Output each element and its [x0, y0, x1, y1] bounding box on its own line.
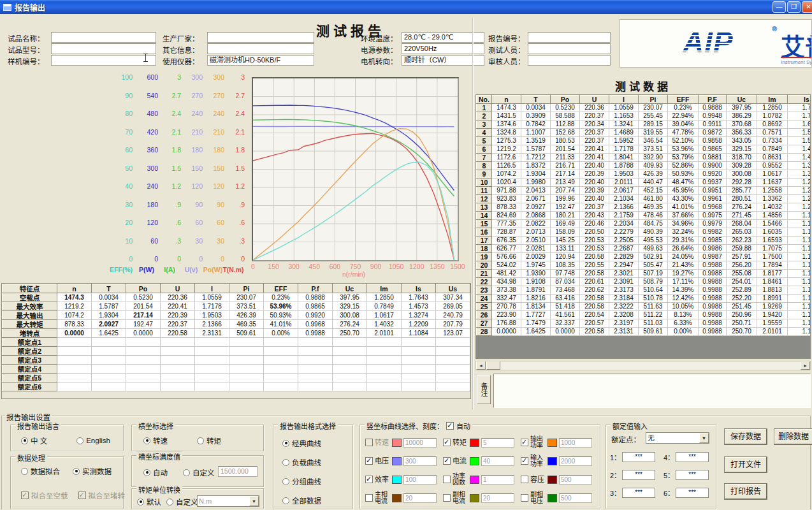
curve-checkbox[interactable]	[365, 494, 373, 502]
auto-scale-checkbox[interactable]	[446, 422, 454, 430]
rated-field-input[interactable]: ***	[676, 488, 709, 498]
curve-scale-input[interactable]: 500	[559, 493, 592, 503]
curve-checkbox[interactable]	[365, 439, 373, 446]
curve-scale-input[interactable]: 20	[403, 493, 437, 503]
rated-point-dropdown[interactable]: 无 ▼	[646, 432, 709, 444]
curve-scale-input[interactable]: 300	[403, 456, 437, 466]
torque-unit-radio[interactable]	[166, 499, 173, 506]
x-full-scale-option[interactable]: 自定义	[183, 467, 215, 477]
x-axis-option[interactable]: 转矩	[197, 435, 221, 446]
curve-color-swatch[interactable]	[547, 494, 557, 502]
sample-model-input[interactable]	[51, 43, 156, 54]
scroll-left-arrow[interactable]: ◄	[476, 361, 486, 370]
curve-scale-input[interactable]: 10000	[403, 438, 437, 448]
other-info-input[interactable]	[207, 43, 314, 54]
language-radio[interactable]	[76, 437, 83, 444]
report-format-radio[interactable]	[282, 459, 289, 466]
curve-checkbox[interactable]	[443, 457, 451, 465]
curve-checkbox[interactable]	[521, 476, 528, 483]
close-button[interactable]: ✕	[802, 1, 812, 13]
data-processing-radio[interactable]	[21, 468, 28, 475]
curve-checkbox[interactable]	[443, 494, 451, 502]
curve-color-swatch[interactable]	[547, 476, 557, 484]
prototype-no-input[interactable]	[51, 55, 156, 66]
language-radio[interactable]	[21, 437, 28, 444]
curve-color-swatch[interactable]	[392, 494, 402, 502]
torque-unit-radio[interactable]	[137, 499, 144, 506]
fit-checkbox-option[interactable]: 拟合至堵转	[78, 490, 126, 500]
rated-field-input[interactable]: ***	[622, 488, 655, 498]
curve-checkbox[interactable]	[443, 439, 451, 446]
curve-checkbox[interactable]	[521, 494, 528, 502]
curve-color-swatch[interactable]	[392, 476, 402, 484]
curve-checkbox[interactable]	[365, 457, 373, 465]
curve-checkbox[interactable]	[443, 476, 451, 483]
x-axis-option[interactable]: 转速	[143, 435, 168, 446]
curve-scale-input[interactable]: 20	[481, 493, 514, 503]
curve-scale-input[interactable]: 40	[481, 456, 514, 466]
report-format-option[interactable]: 经典曲线	[282, 438, 321, 448]
curve-color-swatch[interactable]	[470, 457, 479, 465]
report-format-option[interactable]: 负载曲线	[282, 457, 321, 467]
curve-color-swatch[interactable]	[547, 439, 557, 447]
fit-checkbox-option[interactable]: 拟合至空载	[21, 490, 68, 500]
language-option[interactable]: English	[76, 435, 110, 446]
curve-scale-input[interactable]: 1000	[559, 438, 592, 448]
data-processing-radio[interactable]	[73, 468, 80, 475]
curve-color-swatch[interactable]	[392, 457, 402, 465]
x-full-scale-input[interactable]: 1500.000	[218, 466, 257, 477]
x-axis-radio[interactable]	[197, 437, 204, 444]
delete-data-button[interactable]: 删除数据	[774, 428, 812, 445]
x-full-scale-radio[interactable]	[183, 469, 190, 476]
scroll-thumb[interactable]	[486, 361, 500, 370]
fit-checkbox[interactable]	[78, 492, 86, 499]
report-format-radio[interactable]	[282, 478, 289, 485]
data-processing-option[interactable]: 实测数据	[73, 466, 112, 476]
torque-unit-option[interactable]: 自定义	[166, 497, 198, 507]
minimize-button[interactable]: —	[772, 1, 786, 13]
x-full-scale-radio[interactable]	[143, 469, 150, 476]
curve-scale-input[interactable]: 1	[481, 475, 514, 484]
rated-point-dropdown-arrow[interactable]: ▼	[699, 433, 709, 443]
report-format-option[interactable]: 分组曲线	[282, 476, 321, 486]
curve-scale-input[interactable]: 2000	[559, 456, 592, 466]
rated-field-input[interactable]: ***	[622, 452, 655, 462]
x-axis-radio[interactable]	[143, 437, 150, 444]
scroll-right-arrow[interactable]: ►	[801, 361, 810, 370]
torque-unit-option[interactable]: 默认	[137, 497, 161, 507]
curve-color-swatch[interactable]	[470, 476, 479, 484]
report-format-option[interactable]: 全部数据	[282, 495, 321, 506]
curve-color-swatch[interactable]	[392, 439, 402, 447]
curve-color-swatch[interactable]	[547, 457, 557, 465]
x-full-scale-option[interactable]: 自动	[143, 467, 168, 477]
language-option[interactable]: 中 文	[21, 435, 47, 446]
report-format-radio[interactable]	[282, 440, 289, 447]
curve-checkbox[interactable]	[521, 439, 528, 446]
curve-scale-input[interactable]: 500	[559, 475, 592, 484]
curve-scale-input[interactable]: 5	[481, 438, 514, 448]
instrument-input[interactable]: 磁滞测功机HD-50KB/F	[207, 55, 314, 66]
curve-color-swatch[interactable]	[470, 494, 479, 502]
data-processing-option[interactable]: 数据拟合	[21, 466, 60, 476]
save-data-button[interactable]: 保存数据	[724, 428, 767, 445]
curve-checkbox[interactable]	[365, 476, 373, 483]
open-file-button[interactable]: 打开文件	[724, 456, 767, 473]
remark-textarea[interactable]	[493, 374, 811, 408]
rated-field-input[interactable]: ***	[676, 452, 709, 462]
curve-checkbox[interactable]	[521, 457, 528, 465]
auditor-input[interactable]	[528, 55, 611, 66]
tester-input[interactable]	[528, 43, 611, 54]
print-report-button[interactable]: 打印报告	[724, 483, 767, 500]
curve-scale-input[interactable]: 100	[403, 475, 437, 484]
maximize-button[interactable]: ❐	[787, 1, 801, 13]
data-table-hscrollbar[interactable]: ◄ ►	[475, 361, 811, 370]
torque-unit-dropdown[interactable]: N.m ▼	[197, 495, 259, 507]
curve-color-swatch[interactable]	[470, 439, 479, 447]
report-format-radio[interactable]	[282, 497, 289, 504]
rated-field-input[interactable]: ***	[676, 470, 709, 480]
torque-unit-dropdown-arrow[interactable]: ▼	[249, 496, 259, 506]
report-no-input[interactable]	[528, 32, 611, 43]
fit-checkbox[interactable]	[21, 492, 29, 499]
manufacturer-input[interactable]	[207, 32, 314, 43]
sample-name-input[interactable]	[51, 32, 156, 43]
